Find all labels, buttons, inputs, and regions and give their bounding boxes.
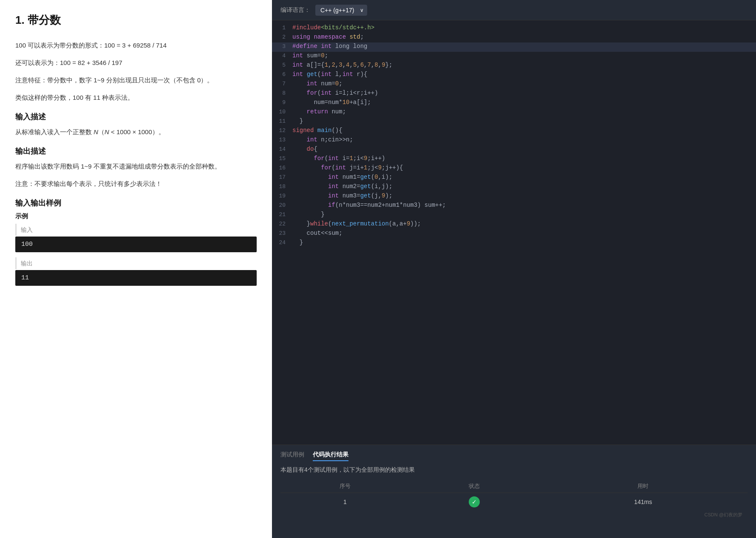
- code-line-13: 13 int n;cin>>n;: [272, 136, 756, 145]
- bottom-tabs: 测试用例 代码执行结果: [280, 451, 748, 461]
- input-desc: 从标准输入读入一个正整数 N（N < 1000 × 1000）。: [15, 126, 257, 138]
- line-number: 1: [272, 24, 292, 31]
- code-line-9: 9 num=num*10+a[i];: [272, 99, 756, 108]
- problem-content[interactable]: 1. 带分数 100 可以表示为带分数的形式：100 = 3 + 69258 /…: [0, 0, 272, 538]
- line-content: }while(next_permutation(a,a+9));: [292, 220, 756, 227]
- line-number: 11: [272, 118, 292, 124]
- output-label: 输出: [15, 257, 257, 269]
- line-number: 6: [272, 71, 292, 78]
- line-content: do{: [292, 146, 756, 152]
- line-number: 14: [272, 146, 292, 152]
- line-content: }: [292, 211, 756, 218]
- row-num: 1: [280, 493, 410, 511]
- right-panel: 编译语言： C++ (g++17) C++ (g++14) Python3 Ja…: [272, 0, 756, 538]
- code-line-6: 6int get(int l,int r){: [272, 70, 756, 80]
- line-number: 7: [272, 80, 292, 87]
- lang-select-wrapper[interactable]: C++ (g++17) C++ (g++14) Python3 Java: [315, 5, 367, 16]
- code-line-7: 7 int num=0;: [272, 80, 756, 89]
- row-status: ✓: [410, 493, 539, 511]
- line-number: 9: [272, 99, 292, 106]
- problem-p4: 类似这样的带分数，100 有 11 种表示法。: [15, 92, 257, 103]
- watermark: CSDN @幻夜的梦: [275, 512, 742, 518]
- line-content: int get(int l,int r){: [292, 71, 756, 78]
- line-content: }: [292, 118, 756, 124]
- tab-exec-result[interactable]: 代码执行结果: [313, 451, 348, 461]
- line-number: 4: [272, 52, 292, 59]
- line-number: 24: [272, 239, 292, 246]
- line-content: #define int long long: [292, 43, 756, 50]
- left-panel: 1. 带分数 100 可以表示为带分数的形式：100 = 3 + 69258 /…: [0, 0, 272, 538]
- output-desc: 程序输出该数字用数码 1~9 不重复不遗漏地组成带分数表示的全部种数。: [15, 161, 257, 172]
- line-content: using namespace std;: [292, 34, 756, 40]
- line-number: 18: [272, 183, 292, 190]
- result-desc: 本题目有4个测试用例，以下为全部用例的检测结果: [280, 466, 748, 474]
- line-number: 3: [272, 43, 292, 50]
- section-example-title: 输入输出样例: [15, 198, 257, 208]
- line-number: 22: [272, 220, 292, 227]
- line-number: 15: [272, 155, 292, 162]
- code-line-17: 17 int num1=get(0,i);: [272, 173, 756, 183]
- code-line-14: 14 do{: [272, 145, 756, 155]
- lang-label: 编译语言：: [280, 6, 310, 14]
- line-content: #include<bits/stdc++.h>: [292, 24, 756, 31]
- code-line-12: 12signed main(){: [272, 127, 756, 136]
- output-box: 11: [15, 270, 257, 286]
- code-line-19: 19 int num3=get(j,9);: [272, 192, 756, 201]
- input-label: 输入: [15, 224, 257, 236]
- code-line-16: 16 for(int j=i+1;j<9;j++){: [272, 164, 756, 173]
- code-line-24: 24 }: [272, 239, 756, 248]
- col-status: 状态: [410, 480, 539, 493]
- line-content: for(int i=1;i<9;i++): [292, 155, 756, 162]
- line-content: cout<<sum;: [292, 230, 756, 237]
- code-line-5: 5int a[]={1,2,3,4,5,6,7,8,9};: [272, 61, 756, 70]
- code-line-10: 10 return num;: [272, 108, 756, 117]
- section-input-title: 输入描述: [15, 112, 257, 122]
- section-output-title: 输出描述: [15, 146, 257, 156]
- line-number: 20: [272, 202, 292, 208]
- bottom-panel: 测试用例 代码执行结果 本题目有4个测试用例，以下为全部用例的检测结果 序号 状…: [272, 445, 756, 538]
- code-line-3: 3#define int long long: [272, 42, 756, 52]
- code-header: 编译语言： C++ (g++17) C++ (g++14) Python3 Ja…: [272, 0, 756, 20]
- line-content: int num1=get(0,i);: [292, 174, 756, 180]
- line-content: int sum=0;: [292, 52, 756, 59]
- line-content: }: [292, 239, 756, 246]
- code-line-11: 11 }: [272, 117, 756, 127]
- code-line-21: 21 }: [272, 211, 756, 220]
- code-line-22: 22 }while(next_permutation(a,a+9));: [272, 220, 756, 229]
- result-table: 序号 状态 用时 1✓141ms: [280, 480, 748, 511]
- line-number: 23: [272, 230, 292, 237]
- line-number: 13: [272, 136, 292, 143]
- line-content: int num3=get(j,9);: [292, 192, 756, 199]
- problem-p1: 100 可以表示为带分数的形式：100 = 3 + 69258 / 714: [15, 39, 257, 51]
- line-content: int num2=get(i,j);: [292, 183, 756, 190]
- line-number: 16: [272, 164, 292, 171]
- code-editor[interactable]: 1#include<bits/stdc++.h>2using namespace…: [272, 20, 756, 445]
- line-number: 2: [272, 34, 292, 40]
- line-content: for(int i=l;i<r;i++): [292, 90, 756, 96]
- line-content: return num;: [292, 108, 756, 115]
- code-line-18: 18 int num2=get(i,j);: [272, 183, 756, 192]
- line-content: int num=0;: [292, 80, 756, 87]
- line-number: 5: [272, 62, 292, 68]
- line-content: if(n*num3==num2+num1*num3) sum++;: [292, 202, 756, 208]
- lang-select[interactable]: C++ (g++17) C++ (g++14) Python3 Java: [315, 5, 367, 16]
- table-row: 1✓141ms: [280, 493, 748, 511]
- col-time: 用时: [539, 480, 748, 493]
- problem-p2: 还可以表示为：100 = 82 + 3546 / 197: [15, 57, 257, 68]
- line-number: 10: [272, 108, 292, 115]
- output-note: 注意：不要求输出每个表示，只统计有多少表示法！: [15, 178, 257, 189]
- line-number: 12: [272, 127, 292, 134]
- code-line-15: 15 for(int i=1;i<9;i++): [272, 155, 756, 164]
- problem-p3: 注意特征：带分数中，数字 1~9 分别出现且只出现一次（不包含 0）。: [15, 74, 257, 86]
- line-number: 21: [272, 211, 292, 218]
- input-box: 100: [15, 237, 257, 252]
- line-number: 8: [272, 90, 292, 96]
- page-title: 1. 带分数: [15, 13, 257, 28]
- row-time: 141ms: [539, 493, 748, 511]
- line-content: num=num*10+a[i];: [292, 99, 756, 106]
- line-content: int a[]={1,2,3,4,5,6,7,8,9};: [292, 62, 756, 68]
- tab-test-cases[interactable]: 测试用例: [280, 451, 304, 461]
- line-content: int n;cin>>n;: [292, 136, 756, 143]
- line-content: for(int j=i+1;j<9;j++){: [292, 164, 756, 171]
- line-content: signed main(){: [292, 127, 756, 134]
